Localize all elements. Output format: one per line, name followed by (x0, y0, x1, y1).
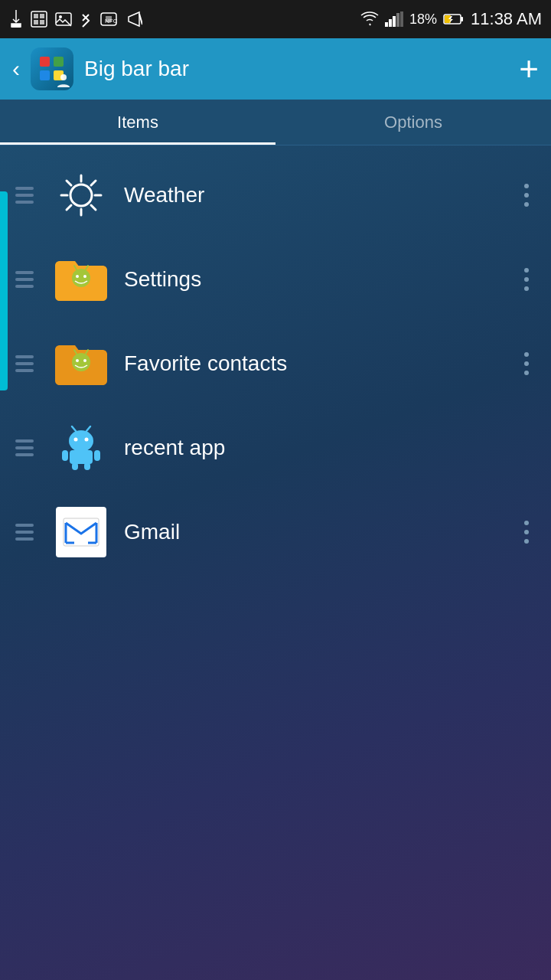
svg-rect-46 (94, 450, 100, 461)
thumbnail-icon (31, 11, 47, 28)
item-label-recent: recent app (124, 436, 536, 460)
svg-point-29 (72, 269, 90, 287)
svg-point-34 (72, 353, 90, 371)
svg-rect-3 (40, 14, 44, 18)
svg-rect-14 (396, 13, 399, 27)
status-icons-right: 18% 11:38 AM (360, 9, 542, 29)
list-item-settings[interactable]: Settings (0, 237, 551, 322)
mute-icon (126, 11, 142, 28)
svg-point-19 (60, 74, 67, 80)
item-label-contacts: Favorite contacts (124, 351, 517, 376)
drag-handle-recent[interactable] (15, 439, 38, 456)
svg-point-41 (85, 438, 89, 442)
more-menu-settings[interactable] (517, 268, 536, 291)
svg-point-35 (76, 359, 79, 362)
person-icon (55, 72, 72, 89)
tabs-bar: Items Options (0, 100, 551, 145)
drag-handle-settings[interactable] (15, 271, 38, 288)
app-bar-title: Big bar bar (84, 57, 189, 81)
status-time: 11:38 AM (471, 9, 542, 29)
svg-point-39 (69, 430, 93, 452)
svg-rect-13 (393, 16, 396, 27)
svg-rect-18 (461, 17, 463, 21)
svg-line-25 (67, 181, 71, 185)
nfc-icon: NFC (99, 10, 118, 28)
svg-line-42 (72, 426, 76, 431)
battery-icon (443, 13, 465, 25)
add-button[interactable]: + (519, 52, 539, 86)
app-bar: ‹ Big bar bar + (0, 38, 551, 100)
svg-rect-5 (40, 20, 44, 24)
weather-icon (54, 168, 109, 223)
status-icons-left: NFC (9, 10, 142, 28)
contacts-folder-icon (54, 336, 109, 391)
wifi-icon (360, 11, 379, 27)
svg-point-20 (70, 185, 92, 206)
svg-point-36 (83, 359, 86, 362)
list-item-favorite-contacts[interactable]: Favorite contacts (0, 322, 551, 406)
item-list: Weather (0, 145, 551, 582)
list-item-weather[interactable]: Weather (0, 153, 551, 237)
more-menu-contacts[interactable] (517, 352, 536, 375)
item-label-weather: Weather (124, 183, 517, 207)
svg-line-43 (86, 426, 90, 431)
settings-folder-icon (54, 252, 109, 307)
recent-app-icon (54, 420, 109, 475)
svg-rect-45 (62, 450, 68, 461)
status-bar: NFC 18% 1 (0, 0, 551, 38)
usb-icon (9, 10, 23, 28)
drag-handle-weather[interactable] (15, 187, 38, 204)
svg-text:NFC: NFC (105, 18, 118, 24)
main-content: Weather (0, 145, 551, 980)
svg-line-28 (67, 205, 71, 210)
svg-rect-47 (72, 462, 78, 470)
list-item-recent-app[interactable]: recent app (0, 406, 551, 490)
svg-rect-0 (11, 24, 21, 28)
image-icon (55, 11, 72, 28)
svg-rect-4 (34, 20, 38, 24)
item-label-settings: Settings (124, 267, 517, 292)
svg-rect-15 (400, 11, 403, 27)
svg-point-40 (74, 438, 78, 442)
svg-point-31 (83, 275, 86, 278)
bluetooth-icon (80, 10, 92, 28)
gmail-icon (54, 505, 109, 560)
svg-rect-48 (84, 462, 90, 470)
signal-icon (385, 11, 403, 27)
tab-items[interactable]: Items (0, 100, 276, 145)
svg-line-27 (91, 181, 96, 185)
drag-handle-gmail[interactable] (15, 524, 38, 541)
item-label-gmail: Gmail (124, 520, 517, 544)
svg-rect-11 (385, 22, 388, 27)
battery-percentage: 18% (409, 11, 437, 28)
list-item-gmail[interactable]: Gmail (0, 490, 551, 574)
svg-rect-2 (34, 14, 38, 18)
svg-point-30 (76, 275, 79, 278)
app-bar-left: ‹ Big bar bar (12, 47, 189, 90)
drag-handle-contacts[interactable] (15, 355, 38, 372)
app-icon (31, 47, 73, 90)
back-button[interactable]: ‹ (12, 56, 20, 82)
tab-options[interactable]: Options (276, 100, 551, 145)
more-menu-gmail[interactable] (517, 521, 536, 544)
more-menu-weather[interactable] (517, 184, 536, 207)
svg-point-7 (59, 15, 62, 18)
svg-line-26 (91, 205, 96, 210)
svg-rect-44 (70, 450, 93, 464)
svg-rect-12 (389, 19, 392, 27)
